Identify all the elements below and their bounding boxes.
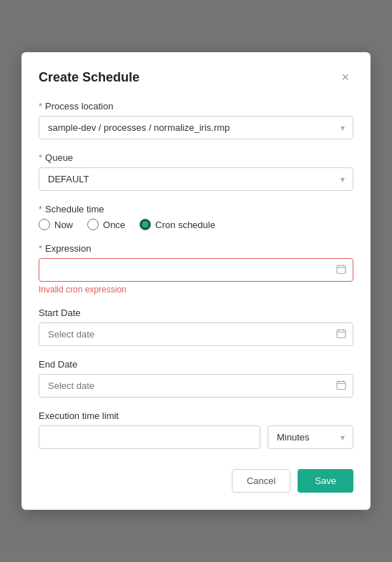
required-star-schedule: * xyxy=(39,204,42,215)
modal-title: Create Schedule xyxy=(39,70,139,85)
svg-rect-2 xyxy=(337,381,346,389)
svg-rect-1 xyxy=(337,330,346,337)
calendar-icon-end xyxy=(336,380,346,392)
schedule-time-field: * Schedule time Now Once Cron schedule xyxy=(39,204,353,230)
cancel-button[interactable]: Cancel xyxy=(232,469,290,493)
process-location-field: * Process location sample-dev / processe… xyxy=(39,101,353,139)
end-date-label: End Date xyxy=(39,359,353,370)
process-location-label: * Process location xyxy=(39,101,353,112)
execution-time-label: Execution time limit xyxy=(39,410,353,421)
start-date-input[interactable] xyxy=(39,322,353,346)
execution-unit-select[interactable]: MinutesHoursSeconds xyxy=(268,425,353,449)
calendar-icon-start xyxy=(336,328,346,340)
execution-time-field: Execution time limit MinutesHoursSeconds… xyxy=(39,410,353,449)
expression-field: * Expression Invalid cron expression xyxy=(39,243,353,295)
expression-error: Invalid cron expression xyxy=(39,285,353,295)
end-date-field: End Date xyxy=(39,359,353,398)
expression-input-wrapper xyxy=(39,258,353,282)
expression-input[interactable] xyxy=(39,258,353,282)
execution-time-row: MinutesHoursSeconds ▾ xyxy=(39,425,353,449)
execution-time-input[interactable] xyxy=(39,425,260,449)
process-location-select[interactable]: sample-dev / processes / normalize_iris.… xyxy=(39,116,353,139)
radio-now-input[interactable] xyxy=(39,219,50,230)
start-date-label: Start Date xyxy=(39,307,353,318)
radio-cron[interactable]: Cron schedule xyxy=(139,219,215,230)
start-date-wrapper xyxy=(39,322,353,346)
svg-rect-0 xyxy=(337,265,346,273)
radio-once[interactable]: Once xyxy=(87,219,125,230)
queue-wrapper: DEFAULT ▾ xyxy=(39,167,353,191)
queue-field: * Queue DEFAULT ▾ xyxy=(39,152,353,191)
required-star-expr: * xyxy=(39,243,42,254)
radio-now[interactable]: Now xyxy=(39,219,73,230)
radio-cron-input[interactable] xyxy=(139,219,151,230)
end-date-wrapper xyxy=(39,374,353,398)
schedule-time-label: * Schedule time xyxy=(39,204,353,215)
required-star: * xyxy=(39,101,42,112)
required-star-queue: * xyxy=(39,152,42,163)
process-location-wrapper: sample-dev / processes / normalize_iris.… xyxy=(39,116,353,139)
start-date-field: Start Date xyxy=(39,307,353,346)
execution-unit-wrapper: MinutesHoursSeconds ▾ xyxy=(268,425,353,449)
modal-footer: Cancel Save xyxy=(39,469,353,493)
modal-header: Create Schedule × xyxy=(39,69,353,85)
close-button[interactable]: × xyxy=(337,69,353,85)
create-schedule-modal: Create Schedule × * Process location sam… xyxy=(21,52,371,510)
queue-label: * Queue xyxy=(39,152,353,163)
expression-label: * Expression xyxy=(39,243,353,254)
save-button[interactable]: Save xyxy=(298,469,353,493)
radio-once-input[interactable] xyxy=(87,219,99,230)
schedule-time-radio-group: Now Once Cron schedule xyxy=(39,219,353,230)
end-date-input[interactable] xyxy=(39,374,353,398)
queue-select[interactable]: DEFAULT xyxy=(39,167,353,191)
calendar-icon-expr xyxy=(336,264,346,276)
